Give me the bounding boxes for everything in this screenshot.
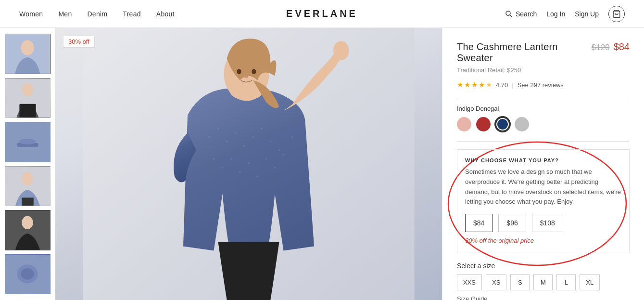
svg-point-4 [21,40,34,55]
svg-point-27 [243,145,245,147]
star-1: ★ [457,80,463,89]
nav-tread[interactable]: Tread [123,10,140,18]
rating-number: 4.70 [496,81,508,89]
svg-point-12 [22,172,33,185]
sale-price: $84 [614,41,630,52]
product-details-panel: The Cashmere Lantern Sweater $120 $84 Tr… [442,28,644,300]
svg-point-15 [22,216,33,229]
color-label: Indigo Donegal [457,105,630,112]
product-title: The Cashmere Lantern Sweater [457,41,592,64]
price-option-108[interactable]: $108 [532,214,563,232]
svg-point-34 [230,158,232,160]
thumbnail-1[interactable] [5,34,51,74]
svg-point-25 [226,141,228,143]
discount-note: 30% off the original price [465,237,621,244]
size-guide-link[interactable]: Size Guide [457,295,630,300]
original-price: $120 [592,43,610,52]
why-choose-container: WHY CHOOSE WHAT YOU PAY? Sometimes we lo… [457,149,630,252]
thumbnail-3[interactable] [5,122,51,162]
nav-about[interactable]: About [156,10,175,18]
svg-point-37 [256,176,258,178]
star-3: ★ [471,80,478,89]
nav-men[interactable]: Men [58,10,72,18]
thumb-img-6 [5,254,50,295]
login-link[interactable]: Log In [546,10,565,18]
svg-point-10 [19,139,36,144]
thumbnail-2[interactable] [5,78,51,118]
svg-point-35 [239,171,241,173]
svg-point-43 [252,69,256,74]
svg-point-33 [222,167,224,169]
page-content: 30% off [0,28,644,300]
swatch-navy[interactable] [495,117,510,131]
thumb-img-4 [5,166,50,207]
rating-separator: | [512,81,513,89]
svg-point-22 [333,41,349,60]
size-m[interactable]: M [533,274,553,290]
product-title-row: The Cashmere Lantern Sweater $120 $84 [457,41,630,64]
why-choose-title: WHY CHOOSE WHAT YOU PAY? [465,157,621,163]
main-product-image: 30% off [55,28,442,300]
rating-row: ★ ★ ★ ★ ★ 4.70 | See 297 reviews [457,80,630,97]
nav-actions: Search Log In Sign Up [505,6,625,22]
nav-denim[interactable]: Denim [87,10,107,18]
product-figure [55,28,442,300]
swatch-blush[interactable] [457,117,471,131]
svg-point-26 [235,132,237,134]
search-label: Search [516,10,537,18]
svg-line-1 [510,15,512,17]
why-choose-section: WHY CHOOSE WHAT YOU PAY? Sometimes we lo… [457,149,630,252]
swatch-gray[interactable] [515,117,529,131]
thumbnail-list [0,28,55,300]
why-choose-body: Sometimes we love a design so much that … [465,167,621,207]
svg-point-41 [291,136,293,138]
thumbnail-6[interactable] [5,254,51,295]
thumbnail-5[interactable] [5,210,51,250]
size-section: Select a size XXS XS S M L XL Size Guide [457,262,630,300]
svg-point-6 [22,83,33,96]
svg-point-29 [261,128,263,130]
signup-link[interactable]: Sign Up [575,10,599,18]
thumb-img-3 [5,122,50,162]
star-half: ★ [486,80,492,89]
svg-point-32 [213,158,215,160]
cart-button[interactable] [608,6,625,22]
size-xxs[interactable]: XXS [457,274,482,290]
thumb-img-5 [5,210,50,250]
svg-point-42 [237,69,241,74]
nav-women[interactable]: Women [19,10,43,18]
size-xl[interactable]: XL [580,274,600,290]
cart-icon [612,10,621,18]
star-2: ★ [464,80,470,89]
svg-rect-13 [22,197,33,206]
color-swatches [457,117,630,131]
size-s[interactable]: S [510,274,530,290]
price-options: $84 $96 $108 [465,214,621,232]
swatch-red[interactable] [476,117,491,131]
see-reviews-link[interactable]: See 297 reviews [518,81,564,89]
price-option-84[interactable]: $84 [465,214,492,232]
product-canvas [55,28,442,300]
star-rating: ★ ★ ★ ★ ★ [457,80,492,89]
size-options: XXS XS S M L XL [457,274,630,290]
size-xs[interactable]: XS [486,274,506,290]
brand-logo[interactable]: EVERLANE [286,8,358,19]
svg-point-31 [278,149,280,151]
svg-point-36 [248,162,250,164]
price-option-96[interactable]: $96 [498,214,526,232]
search-button[interactable]: Search [505,10,537,18]
size-l[interactable]: L [556,274,576,290]
star-4: ★ [479,80,485,89]
price-group: $120 $84 [592,41,630,52]
traditional-retail: Traditional Retail: $250 [457,66,630,74]
svg-point-18 [21,268,34,279]
svg-point-23 [209,136,211,138]
svg-point-28 [252,136,254,138]
thumbnail-4[interactable] [5,166,51,207]
thumb-img-2 [5,78,50,118]
svg-point-24 [217,128,219,130]
size-label: Select a size [457,262,630,270]
nav-links: Women Men Denim Tread About [19,10,175,18]
svg-point-44 [245,76,248,78]
svg-point-0 [506,11,510,15]
